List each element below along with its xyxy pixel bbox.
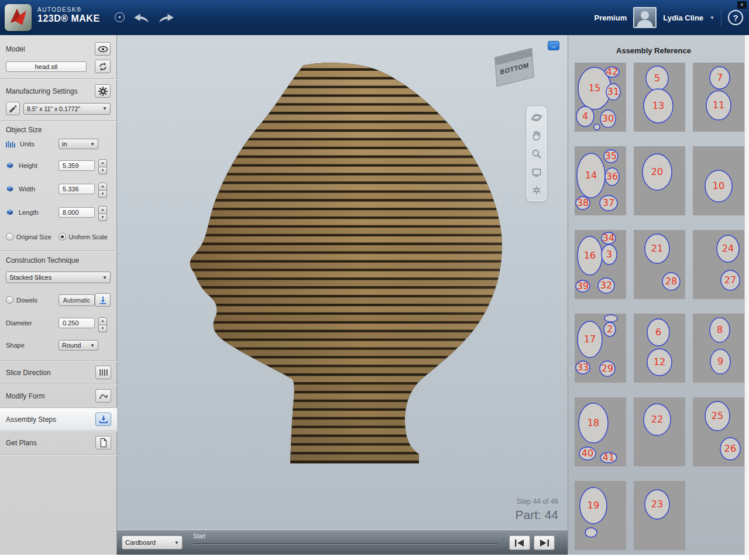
svg-text:26: 26: [724, 443, 736, 454]
svg-text:15: 15: [589, 83, 600, 94]
dowel-insert-icon: [98, 296, 108, 305]
dowels-radio[interactable]: [6, 296, 13, 304]
assembly-thumb[interactable]: 184041: [575, 397, 626, 466]
orbit-icon[interactable]: [531, 112, 542, 123]
width-field[interactable]: 5.336: [59, 184, 95, 194]
diameter-field[interactable]: 0.250: [59, 318, 95, 328]
skip-back-icon: [514, 539, 525, 547]
assembly-thumb[interactable]: 154231430: [575, 63, 626, 132]
assembly-thumb[interactable]: 711: [693, 63, 744, 132]
redo-button[interactable]: [157, 12, 176, 25]
svg-text:5: 5: [654, 73, 660, 84]
sidebar-item-assembly-steps[interactable]: Assembly Steps: [0, 407, 117, 431]
model-file-field[interactable]: head.stl: [6, 61, 87, 72]
assembly-thumb[interactable]: 513: [634, 63, 685, 132]
assembly-thumb[interactable]: 1435363837: [575, 146, 626, 215]
viewport-3d[interactable]: → BOTTOM: [117, 35, 568, 555]
svg-text:40: 40: [582, 448, 593, 459]
dowels-automatic-button[interactable]: Automatic: [59, 294, 95, 306]
units-label: Units: [20, 140, 35, 147]
sheet-preset-dropdown[interactable]: 8.5" x 11" x 0.1772" ▼: [23, 103, 111, 115]
panel-scrollbar[interactable]: [744, 35, 749, 555]
units-dropdown[interactable]: in ▼: [59, 139, 98, 149]
assembly-thumb[interactable]: 2526: [693, 397, 744, 466]
uniform-scale-radio[interactable]: [59, 233, 66, 241]
help-button[interactable]: ?: [728, 10, 743, 25]
diameter-stepper[interactable]: ▲▼: [98, 317, 107, 332]
pan-hand-icon[interactable]: [531, 130, 542, 142]
svg-text:42: 42: [606, 66, 618, 77]
sidebar-item-get-plans[interactable]: Get Plans: [0, 431, 117, 454]
zoom-icon[interactable]: [531, 148, 542, 160]
assembly-reference-title: Assembly Reference: [568, 46, 739, 55]
modify-form-button[interactable]: [95, 389, 111, 403]
dowel-align-button[interactable]: [95, 293, 111, 307]
step-up-icon: ▲: [98, 206, 107, 214]
premium-link[interactable]: Premium: [595, 13, 627, 22]
svg-text:8: 8: [717, 324, 723, 335]
assembly-thumb[interactable]: 10: [693, 146, 744, 215]
assembly-thumb[interactable]: 89: [693, 314, 744, 383]
width-stepper[interactable]: ▲▼: [98, 183, 107, 198]
avatar[interactable]: [633, 7, 657, 28]
manufacturing-section-label: Manufacturing Settings: [6, 87, 78, 95]
window-close-button[interactable]: ×: [737, 1, 747, 9]
undo-button[interactable]: [132, 12, 151, 25]
assembly-thumb[interactable]: 22: [634, 397, 685, 466]
svg-text:11: 11: [713, 99, 724, 111]
slice-direction-button[interactable]: [95, 366, 111, 379]
next-step-button[interactable]: [534, 535, 555, 550]
shape-label: Shape: [6, 342, 25, 349]
model-section-label: Model: [6, 45, 25, 53]
fit-view-icon[interactable]: [531, 166, 542, 178]
original-size-label: Original Size: [16, 233, 51, 241]
assembly-thumb[interactable]: 2427: [693, 230, 744, 299]
assembly-thumb[interactable]: 19: [575, 481, 626, 550]
divider: [0, 78, 117, 80]
step-info: Step 44 of 46 Part: 44: [515, 497, 558, 522]
assembly-steps-button[interactable]: [95, 413, 111, 426]
help-icon: ?: [733, 13, 738, 23]
assembly-thumb[interactable]: 23: [634, 481, 685, 550]
user-menu-caret[interactable]: ▼: [710, 15, 714, 20]
step-up-icon: ▲: [98, 183, 107, 191]
assembly-steps-icon: [98, 415, 109, 424]
brand-menu-button[interactable]: ▼: [115, 12, 125, 22]
shape-dropdown[interactable]: Round ▼: [59, 340, 98, 351]
reload-model-button[interactable]: [95, 60, 111, 73]
technique-dropdown[interactable]: Stacked Slices ▼: [6, 272, 111, 283]
divider: [0, 121, 117, 122]
svg-text:19: 19: [587, 500, 599, 511]
svg-text:23: 23: [651, 499, 663, 510]
get-plans-button[interactable]: [95, 436, 111, 449]
collapse-panel-button[interactable]: →: [548, 41, 559, 50]
previous-step-button[interactable]: [509, 535, 530, 550]
edit-sheet-button[interactable]: [6, 102, 20, 115]
manufacturing-settings-button[interactable]: [95, 84, 111, 98]
assembly-thumb[interactable]: 1723329: [575, 314, 626, 383]
chevron-down-icon: ▼: [118, 15, 122, 19]
assembly-thumb[interactable]: 2128: [634, 230, 685, 299]
sidebar-item-slice-direction[interactable]: Slice Direction: [0, 360, 117, 384]
assembly-thumb[interactable]: 612: [634, 314, 685, 383]
height-field[interactable]: 5.359: [59, 160, 95, 171]
length-field[interactable]: 8.000: [59, 207, 95, 218]
view-settings-icon[interactable]: [531, 184, 542, 196]
sidebar: Model head.stl: [0, 35, 117, 555]
material-dropdown[interactable]: Cardboard ▼: [122, 535, 183, 549]
length-stepper[interactable]: ▲▼: [98, 206, 107, 221]
svg-text:7: 7: [717, 72, 723, 83]
stacked-slices-model: [117, 35, 568, 530]
model-visibility-button[interactable]: [95, 42, 111, 56]
original-size-radio[interactable]: [6, 233, 13, 241]
svg-text:6: 6: [655, 327, 661, 338]
assembly-progress-slider[interactable]: [193, 544, 497, 545]
brand-bottom: 123D® MAKE: [37, 13, 100, 24]
assembly-thumb[interactable]: 163433932: [575, 230, 626, 299]
height-stepper[interactable]: ▲▼: [98, 159, 107, 174]
sidebar-item-modify-form[interactable]: Modify Form: [0, 384, 117, 407]
svg-text:16: 16: [584, 250, 596, 261]
svg-text:3: 3: [606, 249, 612, 260]
assembly-thumb[interactable]: 20: [634, 146, 685, 215]
svg-text:20: 20: [651, 166, 663, 177]
